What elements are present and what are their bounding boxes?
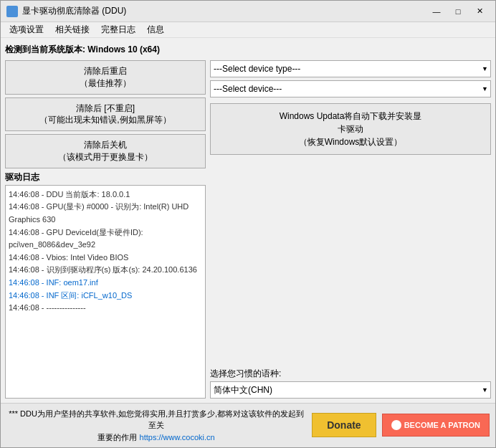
left-panel: 清除后重启（最佳推荐） 清除后 [不重启]（可能出现未知错误,例如黑屏等） 清除…: [5, 60, 206, 399]
log-section: 驱动日志 14:46:08 - DDU 当前版本: 18.0.0.1 14:46…: [5, 171, 206, 399]
maximize-button[interactable]: □: [448, 4, 468, 19]
window-controls: — □ ✕: [426, 4, 490, 19]
main-layout: 清除后重启（最佳推荐） 清除后 [不重启]（可能出现未知错误,例如黑屏等） 清除…: [5, 60, 491, 399]
log-line: 14:46:08 - GPU(显卡) #0000 - 识别为: Intel(R)…: [9, 201, 202, 226]
menu-links[interactable]: 相关链接: [49, 23, 95, 37]
close-button[interactable]: ✕: [469, 4, 490, 19]
donate-button[interactable]: Donate: [312, 413, 376, 437]
right-panel: ---Select device type--- ---Select devic…: [210, 60, 491, 399]
log-line: 14:46:08 - GPU DeviceId(显卡硬件ID): pci\ven…: [9, 227, 202, 252]
title-bar: 显卡驱动彻底清除器 (DDU) — □ ✕: [1, 1, 495, 22]
log-line: 14:46:08 - 识别到驱动程序(s) 版本(s): 24.20.100.6…: [9, 264, 202, 277]
device-type-select[interactable]: ---Select device type---: [210, 60, 491, 77]
bottom-bar: *** DDU为用户坚持的共享软件,如您觉得实用,并且打赏多少,都将对这该软件的…: [1, 403, 495, 448]
system-version-label: 检测到当前系统版本: Windows 10 (x64): [5, 42, 491, 57]
main-window: 显卡驱动彻底清除器 (DDU) — □ ✕ 选项设置 相关链接 完整日志 信息 …: [0, 0, 496, 448]
clean-shutdown-button[interactable]: 清除后关机（该模式用于更换显卡）: [5, 134, 206, 168]
log-line: 14:46:08 - ---------------: [9, 302, 202, 315]
patron-button[interactable]: BECOME A PATRON: [382, 414, 490, 437]
window-title: 显卡驱动彻底清除器 (DDU): [22, 5, 426, 17]
clean-no-restart-button[interactable]: 清除后 [不重启]（可能出现未知错误,例如黑屏等）: [5, 97, 206, 132]
windows-update-button[interactable]: Windows Updata将自动下载并安装显卡驱动（恢复Windows默认设置…: [210, 103, 491, 155]
device-wrapper: ---Select device---: [210, 80, 491, 97]
bottom-text-line2: 重要的作用 https://www.cocoki.cn: [6, 432, 306, 444]
menu-options[interactable]: 选项设置: [4, 23, 49, 37]
language-select-wrapper: 简体中文(CHN): [210, 381, 491, 399]
language-select[interactable]: 简体中文(CHN): [210, 381, 491, 399]
clean-restart-label: 清除后重启（最佳推荐）: [80, 66, 131, 88]
language-section: 选择您习惯的语种: 简体中文(CHN): [210, 368, 491, 399]
language-label: 选择您习惯的语种:: [210, 368, 491, 380]
menu-info[interactable]: 信息: [141, 23, 170, 37]
bottom-text: *** DDU为用户坚持的共享软件,如您觉得实用,并且打赏多少,都将对这该软件的…: [6, 408, 306, 444]
log-title: 驱动日志: [5, 171, 206, 184]
patron-icon: [391, 420, 401, 430]
content-area: 检测到当前系统版本: Windows 10 (x64) 清除后重启（最佳推荐） …: [1, 38, 495, 403]
spacer: [210, 158, 491, 365]
device-select[interactable]: ---Select device---: [210, 80, 491, 97]
windows-update-label: Windows Updata将自动下载并安装显卡驱动（恢复Windows默认设置…: [280, 111, 422, 147]
log-line-blue: 14:46:08 - INF 区间: iCFL_w10_DS: [9, 290, 202, 302]
menu-full-log[interactable]: 完整日志: [95, 23, 141, 37]
menu-bar: 选项设置 相关链接 完整日志 信息: [1, 22, 495, 38]
patron-label: BECOME A PATRON: [404, 421, 480, 429]
log-line: 14:46:08 - Vbios: Intel Video BIOS: [9, 252, 202, 264]
app-icon: [6, 6, 18, 17]
minimize-button[interactable]: —: [426, 4, 447, 19]
device-type-wrapper: ---Select device type---: [210, 60, 491, 77]
bottom-text-line1: *** DDU为用户坚持的共享软件,如您觉得实用,并且打赏多少,都将对这该软件的…: [6, 408, 306, 432]
clean-restart-button[interactable]: 清除后重启（最佳推荐）: [5, 60, 206, 95]
log-line: 14:46:08 - DDU 当前版本: 18.0.0.1: [9, 189, 202, 201]
bottom-link[interactable]: https://www.cocoki.cn: [140, 433, 215, 442]
clean-shutdown-label: 清除后关机（该模式用于更换显卡）: [58, 140, 153, 162]
log-line-blue: 14:46:08 - INF: oem17.inf: [9, 277, 202, 290]
clean-no-restart-label: 清除后 [不重启]（可能出现未知错误,例如黑屏等）: [39, 103, 171, 125]
log-box[interactable]: 14:46:08 - DDU 当前版本: 18.0.0.1 14:46:08 -…: [5, 185, 206, 399]
